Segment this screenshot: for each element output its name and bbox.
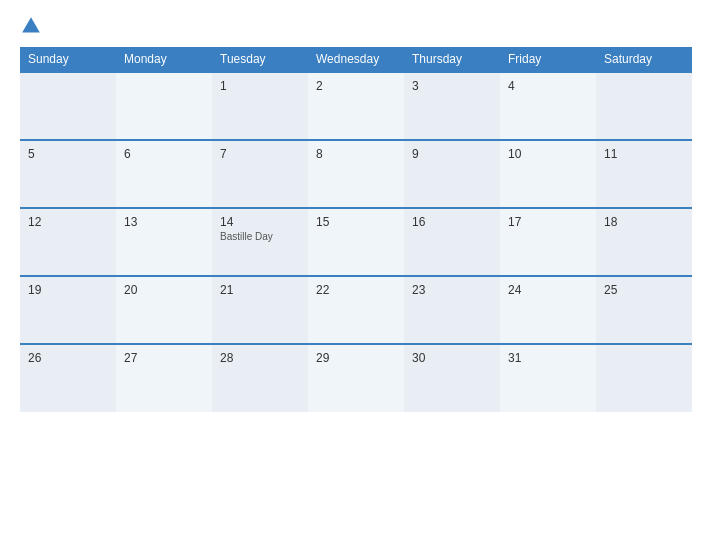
- weekday-header: Saturday: [596, 47, 692, 72]
- calendar-cell: 26: [20, 344, 116, 412]
- day-number: 20: [124, 283, 204, 297]
- weekday-header: Thursday: [404, 47, 500, 72]
- calendar-week-row: 567891011: [20, 140, 692, 208]
- calendar-cell: 27: [116, 344, 212, 412]
- calendar-cell: 12: [20, 208, 116, 276]
- day-number: 18: [604, 215, 684, 229]
- day-number: 7: [220, 147, 300, 161]
- day-number: 5: [28, 147, 108, 161]
- calendar-cell: 1: [212, 72, 308, 140]
- calendar-cell: 14Bastille Day: [212, 208, 308, 276]
- calendar-cell: 17: [500, 208, 596, 276]
- weekday-header: Sunday: [20, 47, 116, 72]
- day-number: 26: [28, 351, 108, 365]
- calendar-cell: 19: [20, 276, 116, 344]
- calendar-cell: 2: [308, 72, 404, 140]
- calendar-cell: 20: [116, 276, 212, 344]
- weekday-header: Tuesday: [212, 47, 308, 72]
- calendar-cell: 15: [308, 208, 404, 276]
- day-number: 22: [316, 283, 396, 297]
- calendar-cell: 31: [500, 344, 596, 412]
- calendar-header-row: SundayMondayTuesdayWednesdayThursdayFrid…: [20, 47, 692, 72]
- calendar-cell: 25: [596, 276, 692, 344]
- calendar-cell: 7: [212, 140, 308, 208]
- calendar-week-row: 1234: [20, 72, 692, 140]
- logo: [20, 15, 46, 37]
- weekday-header: Wednesday: [308, 47, 404, 72]
- day-number: 23: [412, 283, 492, 297]
- weekday-header: Friday: [500, 47, 596, 72]
- calendar-cell: 18: [596, 208, 692, 276]
- calendar-cell: 23: [404, 276, 500, 344]
- day-number: 29: [316, 351, 396, 365]
- calendar-cell: 21: [212, 276, 308, 344]
- calendar-cell: 28: [212, 344, 308, 412]
- calendar-header: [20, 15, 692, 37]
- day-number: 31: [508, 351, 588, 365]
- day-number: 11: [604, 147, 684, 161]
- calendar-container: SundayMondayTuesdayWednesdayThursdayFrid…: [0, 0, 712, 550]
- calendar-cell: 24: [500, 276, 596, 344]
- calendar-cell: 9: [404, 140, 500, 208]
- calendar-table: SundayMondayTuesdayWednesdayThursdayFrid…: [20, 47, 692, 412]
- calendar-cell: 29: [308, 344, 404, 412]
- calendar-cell: [596, 344, 692, 412]
- calendar-cell: 5: [20, 140, 116, 208]
- day-number: 6: [124, 147, 204, 161]
- day-number: 12: [28, 215, 108, 229]
- day-number: 17: [508, 215, 588, 229]
- calendar-cell: 6: [116, 140, 212, 208]
- event-name: Bastille Day: [220, 231, 300, 242]
- calendar-cell: 4: [500, 72, 596, 140]
- calendar-week-row: 121314Bastille Day15161718: [20, 208, 692, 276]
- day-number: 1: [220, 79, 300, 93]
- day-number: 13: [124, 215, 204, 229]
- calendar-cell: 11: [596, 140, 692, 208]
- day-number: 8: [316, 147, 396, 161]
- weekday-header: Monday: [116, 47, 212, 72]
- logo-icon: [20, 15, 42, 37]
- day-number: 27: [124, 351, 204, 365]
- day-number: 2: [316, 79, 396, 93]
- calendar-week-row: 262728293031: [20, 344, 692, 412]
- calendar-cell: 16: [404, 208, 500, 276]
- weekday-row: SundayMondayTuesdayWednesdayThursdayFrid…: [20, 47, 692, 72]
- day-number: 19: [28, 283, 108, 297]
- calendar-cell: [20, 72, 116, 140]
- day-number: 25: [604, 283, 684, 297]
- calendar-cell: [116, 72, 212, 140]
- calendar-cell: 10: [500, 140, 596, 208]
- calendar-cell: 30: [404, 344, 500, 412]
- calendar-cell: 8: [308, 140, 404, 208]
- calendar-week-row: 19202122232425: [20, 276, 692, 344]
- calendar-cell: 3: [404, 72, 500, 140]
- calendar-cell: [596, 72, 692, 140]
- day-number: 24: [508, 283, 588, 297]
- day-number: 3: [412, 79, 492, 93]
- svg-marker-0: [22, 17, 40, 32]
- day-number: 28: [220, 351, 300, 365]
- day-number: 30: [412, 351, 492, 365]
- day-number: 9: [412, 147, 492, 161]
- calendar-cell: 22: [308, 276, 404, 344]
- day-number: 4: [508, 79, 588, 93]
- day-number: 15: [316, 215, 396, 229]
- day-number: 14: [220, 215, 300, 229]
- day-number: 21: [220, 283, 300, 297]
- calendar-body: 1234567891011121314Bastille Day151617181…: [20, 72, 692, 412]
- day-number: 10: [508, 147, 588, 161]
- calendar-cell: 13: [116, 208, 212, 276]
- day-number: 16: [412, 215, 492, 229]
